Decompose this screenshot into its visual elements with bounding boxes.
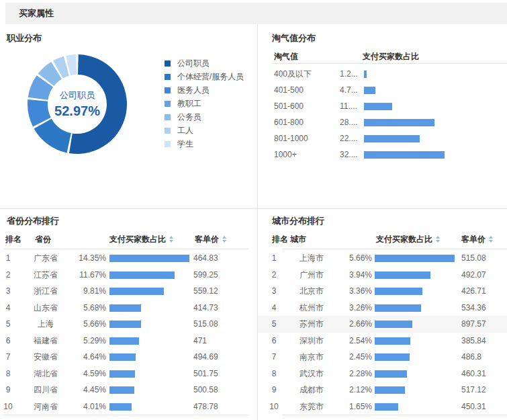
legend-label: 学生 (177, 138, 193, 150)
city-header-price[interactable]: 客单价 (461, 231, 493, 247)
province-header-price[interactable]: 客单价 (195, 231, 226, 247)
city-rank: 3 (266, 283, 282, 300)
city-share-bar (375, 304, 421, 312)
taoqi-value: 28.... (340, 114, 358, 130)
occupation-legend: 公司职员个体经营/服务人员医务人员教职工公务员工人学生 (165, 56, 244, 151)
city-buyer-share: 5.66% (332, 250, 372, 267)
city-buyer-share: 3.36% (332, 283, 372, 300)
city-price: 515.08 (461, 250, 486, 267)
province-rank: 10 (0, 398, 16, 415)
legend-label: 个体经营/服务人员 (177, 71, 244, 83)
city-table-header: 排名 城市 支付买家数占比 客单价 (258, 231, 507, 247)
province-table-row: 4山东省5.68%414.73 (0, 300, 257, 317)
sort-icon[interactable] (222, 236, 226, 243)
city-share-bar (375, 353, 410, 361)
province-name: 江苏省 (26, 267, 66, 284)
province-share-bar (109, 304, 141, 312)
legend-item[interactable]: 公司职员 (165, 56, 244, 70)
donut-segment-0[interactable] (69, 54, 127, 154)
city-buyer-share: 2.66% (332, 316, 372, 333)
province-header-buyer-share[interactable]: 支付买家数占比 (109, 231, 173, 247)
province-table-row: 5上海5.66%515.08 (0, 316, 257, 333)
city-share-bar (375, 403, 398, 411)
city-name: 武汉市 (291, 366, 332, 382)
city-header-buyer-share[interactable]: 支付买家数占比 (376, 231, 440, 247)
city-price: 534.36 (461, 300, 486, 317)
legend-swatch-icon (165, 114, 171, 120)
legend-swatch-icon (165, 128, 171, 134)
legend-swatch-icon (165, 141, 171, 147)
city-rank: 6 (266, 333, 282, 349)
city-price: 897.57 (461, 316, 486, 333)
sort-icon[interactable] (169, 236, 173, 243)
province-share-bar (109, 353, 136, 361)
taoqi-value: 32.... (340, 146, 358, 163)
taoqi-row: 601-80028.... (272, 114, 507, 130)
taoqi-bar-list: 400及以下1.2...401-5004.7...501-60011....60… (272, 66, 507, 163)
province-price: 478.78 (193, 398, 218, 415)
section-header-bar: 买家属性 (5, 3, 507, 24)
city-table-row: 6深圳市2.54%385.84 (258, 333, 507, 349)
legend-label: 工人 (177, 125, 193, 136)
taoqi-range-label: 400及以下 (274, 66, 312, 82)
sort-icon[interactable] (489, 236, 493, 243)
legend-item[interactable]: 教职工 (165, 97, 244, 110)
taoqi-bar (364, 151, 445, 159)
province-price: 559.12 (193, 283, 218, 300)
city-rank: 2 (266, 267, 282, 284)
province-header-underline (3, 249, 248, 249)
province-buyer-share: 4.59% (66, 366, 106, 382)
taoqi-range-label: 401-500 (274, 82, 304, 98)
city-table-bottom-border (282, 415, 507, 415)
legend-item[interactable]: 个体经营/服务人员 (165, 70, 244, 83)
city-share-bar (375, 386, 405, 394)
page-title: 买家属性 (19, 8, 54, 18)
city-name: 上海市 (291, 250, 332, 267)
province-price: 501.75 (193, 366, 218, 382)
occupation-donut-chart[interactable]: 公司职员 52.97% (27, 54, 128, 155)
city-table-row: 2广州市3.94%492.07 (258, 267, 507, 284)
city-table-row: 9成都市2.12%517.12 (258, 382, 507, 398)
legend-swatch-icon (165, 101, 171, 107)
taoqi-row: 1000+32.... (272, 146, 507, 163)
city-buyer-share: 1.65% (332, 398, 372, 415)
province-buyer-share: 14.35% (66, 250, 106, 267)
city-rank: 4 (266, 300, 282, 317)
province-share-bar (109, 288, 164, 295)
city-rank: 7 (266, 349, 282, 366)
city-price: 385.84 (461, 333, 486, 349)
legend-item[interactable]: 工人 (165, 124, 244, 137)
province-price: 599.25 (193, 267, 218, 284)
city-name: 南京市 (291, 349, 332, 366)
taoqi-bar (364, 71, 367, 78)
province-buyer-share: 5.66% (66, 316, 106, 333)
province-table-header: 排名 省份 支付买家数占比 客单价 (0, 231, 257, 247)
taoqi-bar (364, 135, 420, 142)
city-buyer-share: 2.12% (332, 382, 372, 398)
taoqi-range-label: 801-1000 (274, 130, 308, 146)
legend-swatch-icon (165, 60, 171, 67)
legend-item[interactable]: 公务员 (165, 110, 244, 124)
donut-chart-svg[interactable] (27, 54, 128, 155)
province-name: 山东省 (26, 300, 66, 317)
province-rank: 9 (0, 382, 16, 398)
donut-segment-1[interactable] (34, 119, 71, 153)
city-name: 广州市 (291, 267, 332, 284)
city-table-body: 1上海市5.66%515.082广州市3.94%492.073北京市3.36%4… (258, 250, 507, 415)
province-price: 471 (193, 333, 207, 349)
buyer-attributes-page: 买家属性 职业分布 公司职员 52.97% 公司职员个体经营/服务人员医务人员教… (0, 0, 507, 420)
taoqi-bar (364, 87, 375, 94)
city-share-bar (375, 337, 410, 345)
province-price: 464.83 (193, 250, 218, 267)
city-buyer-share: 2.28% (332, 366, 372, 382)
legend-item[interactable]: 医务人员 (165, 83, 244, 97)
province-name: 河南省 (26, 398, 66, 415)
province-share-bar (109, 321, 141, 328)
province-buyer-share: 5.68% (66, 300, 106, 317)
province-buyer-share: 4.45% (66, 382, 106, 398)
province-table-row: 9四川省4.45%500.58 (0, 382, 257, 398)
sort-icon[interactable] (436, 236, 440, 243)
legend-item[interactable]: 学生 (165, 137, 244, 151)
taoqi-value: 22.... (340, 130, 358, 146)
taoqi-range-label: 601-800 (274, 114, 304, 130)
